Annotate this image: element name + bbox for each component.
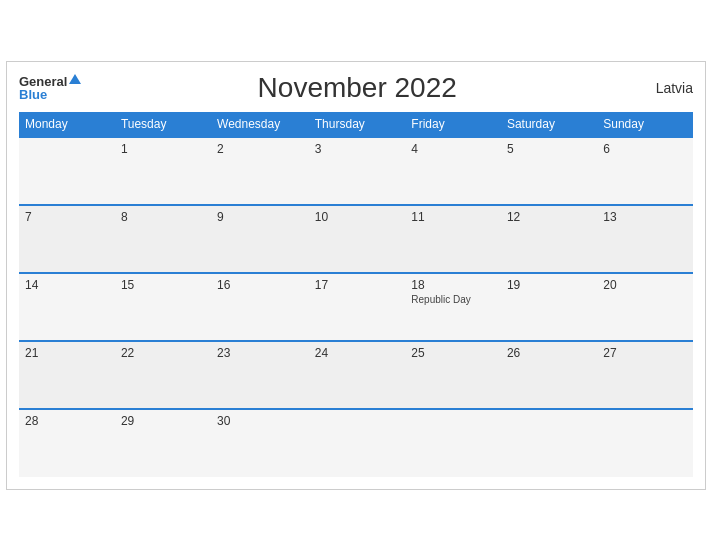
calendar-thead: Monday Tuesday Wednesday Thursday Friday…	[19, 112, 693, 137]
day-number: 29	[121, 414, 205, 428]
logo-triangle-icon	[69, 74, 81, 84]
calendar-cell: 10	[309, 205, 406, 273]
calendar-cell: 19	[501, 273, 597, 341]
day-number: 25	[411, 346, 495, 360]
calendar-cell: 26	[501, 341, 597, 409]
day-event: Republic Day	[411, 294, 495, 305]
calendar-cell: 12	[501, 205, 597, 273]
day-number: 9	[217, 210, 303, 224]
day-number: 21	[25, 346, 109, 360]
calendar-cell: 8	[115, 205, 211, 273]
calendar-country: Latvia	[633, 80, 693, 96]
calendar-cell	[19, 137, 115, 205]
day-number: 24	[315, 346, 400, 360]
calendar-title: November 2022	[81, 72, 633, 104]
calendar-cell: 27	[597, 341, 693, 409]
day-number: 19	[507, 278, 591, 292]
day-number: 17	[315, 278, 400, 292]
calendar-cell: 15	[115, 273, 211, 341]
calendar-cell: 20	[597, 273, 693, 341]
day-number: 26	[507, 346, 591, 360]
calendar-cell: 5	[501, 137, 597, 205]
day-number: 20	[603, 278, 687, 292]
logo-general-text: General	[19, 75, 67, 88]
col-thursday: Thursday	[309, 112, 406, 137]
calendar-week-row: 123456	[19, 137, 693, 205]
calendar-cell: 6	[597, 137, 693, 205]
calendar-cell: 24	[309, 341, 406, 409]
day-number: 8	[121, 210, 205, 224]
calendar-week-row: 21222324252627	[19, 341, 693, 409]
day-number: 16	[217, 278, 303, 292]
day-number: 13	[603, 210, 687, 224]
day-number: 5	[507, 142, 591, 156]
weekday-header-row: Monday Tuesday Wednesday Thursday Friday…	[19, 112, 693, 137]
calendar-cell: 11	[405, 205, 501, 273]
calendar-cell	[501, 409, 597, 477]
calendar-cell: 21	[19, 341, 115, 409]
calendar-cell: 7	[19, 205, 115, 273]
calendar-cell: 17	[309, 273, 406, 341]
calendar-cell: 3	[309, 137, 406, 205]
calendar-cell: 22	[115, 341, 211, 409]
calendar-cell: 18Republic Day	[405, 273, 501, 341]
calendar-week-row: 282930	[19, 409, 693, 477]
calendar-body: 123456789101112131415161718Republic Day1…	[19, 137, 693, 477]
calendar-cell	[309, 409, 406, 477]
day-number: 12	[507, 210, 591, 224]
calendar-cell: 1	[115, 137, 211, 205]
calendar-week-row: 1415161718Republic Day1920	[19, 273, 693, 341]
calendar-cell: 30	[211, 409, 309, 477]
day-number: 7	[25, 210, 109, 224]
calendar: General Blue November 2022 Latvia Monday…	[6, 61, 706, 490]
logo: General Blue	[19, 75, 81, 101]
calendar-cell: 14	[19, 273, 115, 341]
day-number: 4	[411, 142, 495, 156]
calendar-cell: 23	[211, 341, 309, 409]
calendar-cell: 2	[211, 137, 309, 205]
day-number: 23	[217, 346, 303, 360]
calendar-cell	[597, 409, 693, 477]
calendar-cell: 29	[115, 409, 211, 477]
calendar-cell: 4	[405, 137, 501, 205]
day-number: 30	[217, 414, 303, 428]
day-number: 18	[411, 278, 495, 292]
calendar-week-row: 78910111213	[19, 205, 693, 273]
day-number: 14	[25, 278, 109, 292]
day-number: 10	[315, 210, 400, 224]
day-number: 11	[411, 210, 495, 224]
col-monday: Monday	[19, 112, 115, 137]
calendar-table: Monday Tuesday Wednesday Thursday Friday…	[19, 112, 693, 477]
day-number: 15	[121, 278, 205, 292]
logo-blue-text: Blue	[19, 88, 81, 101]
day-number: 3	[315, 142, 400, 156]
col-friday: Friday	[405, 112, 501, 137]
calendar-cell: 9	[211, 205, 309, 273]
day-number: 28	[25, 414, 109, 428]
day-number: 1	[121, 142, 205, 156]
day-number: 6	[603, 142, 687, 156]
calendar-header: General Blue November 2022 Latvia	[19, 72, 693, 104]
col-sunday: Sunday	[597, 112, 693, 137]
day-number: 2	[217, 142, 303, 156]
col-wednesday: Wednesday	[211, 112, 309, 137]
day-number: 22	[121, 346, 205, 360]
calendar-cell: 25	[405, 341, 501, 409]
day-number: 27	[603, 346, 687, 360]
col-saturday: Saturday	[501, 112, 597, 137]
col-tuesday: Tuesday	[115, 112, 211, 137]
calendar-cell: 28	[19, 409, 115, 477]
calendar-cell	[405, 409, 501, 477]
calendar-cell: 13	[597, 205, 693, 273]
calendar-cell: 16	[211, 273, 309, 341]
